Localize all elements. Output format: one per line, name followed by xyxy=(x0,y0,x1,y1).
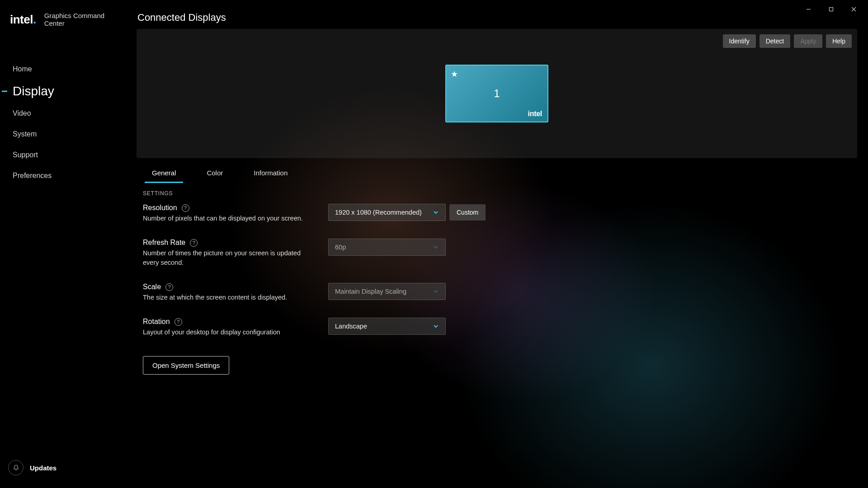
resolution-label: Resolution xyxy=(143,204,177,212)
setting-refresh-rate: Refresh Rate ? Number of times the pictu… xyxy=(143,239,857,267)
primary-star-icon: ★ xyxy=(451,69,458,79)
bell-icon xyxy=(8,460,24,475)
resolution-value: 868 x 488 (Recommended) xyxy=(335,209,422,216)
open-system-settings-button[interactable]: Open System Settings xyxy=(143,356,229,375)
display-1-card[interactable]: ★ 1 intel xyxy=(445,65,548,122)
tab-general[interactable]: General xyxy=(137,163,191,183)
minimize-button[interactable] xyxy=(798,3,818,15)
setting-scale: Scale ? The size at which the screen con… xyxy=(143,283,857,302)
sidebar-item-system[interactable]: System xyxy=(0,124,128,145)
sidebar-item-display[interactable]: Display xyxy=(0,80,128,103)
tab-color[interactable]: Color xyxy=(191,163,238,183)
chevron-down-icon xyxy=(433,244,439,250)
maximize-button[interactable] xyxy=(821,3,841,15)
display-number: 1 xyxy=(494,87,500,100)
panel-actions: Identify Detect Apply Help xyxy=(723,34,852,48)
svg-rect-1 xyxy=(829,7,833,11)
scale-value: Maintain Display Scaling xyxy=(335,288,406,295)
main-content: Connected Displays Identify Detect Apply… xyxy=(128,0,868,488)
resolution-desc: Number of pixels that can be displayed o… xyxy=(143,214,306,223)
settings-heading: SETTINGS xyxy=(143,190,857,197)
help-icon[interactable]: ? xyxy=(175,318,182,326)
scale-label: Scale xyxy=(143,283,161,291)
close-button[interactable] xyxy=(844,3,863,15)
app-title: Graphics Command Center xyxy=(44,12,119,27)
rotation-value: Landscape xyxy=(335,323,367,330)
chevron-down-icon xyxy=(433,288,439,295)
setting-rotation: Rotation ? Layout of your desktop for di… xyxy=(143,318,857,337)
sidebar-item-support[interactable]: Support xyxy=(0,145,128,165)
updates-button[interactable]: Updates xyxy=(8,460,57,475)
intel-logo: intel xyxy=(10,13,36,27)
refresh-value: 60p xyxy=(335,244,346,251)
settings-tabs: General Color Information xyxy=(137,163,857,183)
apply-button: Apply xyxy=(794,34,822,48)
sidebar-item-preferences[interactable]: Preferences xyxy=(0,165,128,186)
sidebar-item-home[interactable]: Home xyxy=(0,59,128,80)
rotation-dropdown[interactable]: Landscape xyxy=(328,318,446,335)
rotation-desc: Layout of your desktop for display confi… xyxy=(143,328,306,337)
scale-dropdown[interactable]: Maintain Display Scaling xyxy=(328,283,446,300)
resolution-dropdown[interactable]: 868 x 488 (Recommended) xyxy=(328,204,446,221)
sidebar-item-video[interactable]: Video xyxy=(0,103,128,124)
detect-button[interactable]: Detect xyxy=(760,34,790,48)
identify-button[interactable]: Identify xyxy=(723,34,756,48)
sidebar-nav: Home Display Video System Support Prefer… xyxy=(0,59,128,186)
settings-list: Resolution ? Number of pixels that can b… xyxy=(137,200,857,337)
brand-block: intel Graphics Command Center xyxy=(0,0,128,41)
chevron-down-icon xyxy=(433,323,439,329)
refresh-label: Refresh Rate xyxy=(143,239,185,247)
help-button[interactable]: Help xyxy=(826,34,852,48)
help-icon[interactable]: ? xyxy=(190,239,198,247)
sidebar: intel Graphics Command Center Home Displ… xyxy=(0,0,128,488)
updates-label: Updates xyxy=(30,464,57,472)
help-icon[interactable]: ? xyxy=(165,283,173,291)
rotation-label: Rotation xyxy=(143,318,170,326)
tab-information[interactable]: Information xyxy=(238,163,303,183)
chevron-down-icon xyxy=(433,209,439,216)
setting-resolution: Resolution ? Number of pixels that can b… xyxy=(143,204,857,223)
refresh-dropdown[interactable]: 60p xyxy=(328,239,446,256)
window-controls xyxy=(798,3,863,15)
page-title: Connected Displays xyxy=(137,0,857,29)
display-brand: intel xyxy=(528,110,542,118)
help-icon[interactable]: ? xyxy=(182,204,189,212)
connected-displays-panel: Identify Detect Apply Help ★ 1 intel xyxy=(137,29,857,158)
custom-resolution-button[interactable]: Custom xyxy=(449,204,486,221)
scale-desc: The size at which the screen content is … xyxy=(143,293,306,302)
refresh-desc: Number of times the picture on your scre… xyxy=(143,249,306,267)
